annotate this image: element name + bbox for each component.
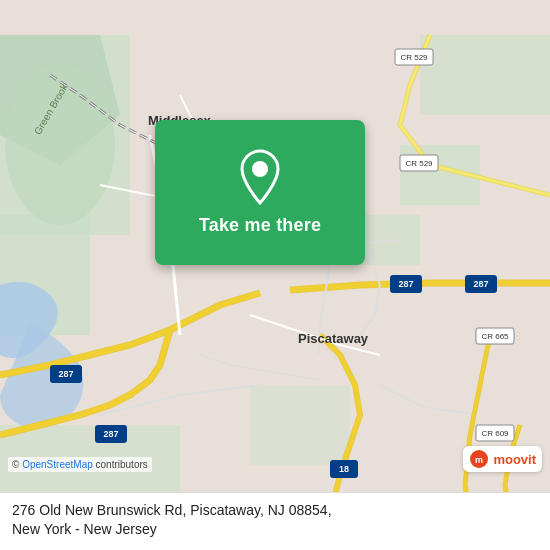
map-container: 287 287 287 287 18 CR 529 CR 529 CR 665 … [0, 0, 550, 550]
svg-rect-5 [420, 35, 550, 115]
svg-text:CR 609: CR 609 [481, 429, 509, 438]
osm-link[interactable]: OpenStreetMap [22, 459, 93, 470]
svg-point-30 [252, 161, 268, 177]
svg-text:m: m [475, 455, 483, 465]
address-text: 276 Old New Brunswick Rd, Piscataway, NJ… [12, 501, 538, 540]
svg-text:287: 287 [398, 279, 413, 289]
svg-text:CR 529: CR 529 [405, 159, 433, 168]
take-me-there-button[interactable]: Take me there [199, 215, 321, 236]
action-card[interactable]: Take me there [155, 120, 365, 265]
address-line2: New York - New Jersey [12, 521, 157, 537]
moovit-text: moovit [493, 452, 536, 467]
attribution-contributors: contributors [93, 459, 148, 470]
svg-text:287: 287 [473, 279, 488, 289]
location-pin-icon [236, 149, 284, 205]
svg-text:18: 18 [339, 464, 349, 474]
moovit-icon: m [469, 449, 489, 469]
info-bar: 276 Old New Brunswick Rd, Piscataway, NJ… [0, 492, 550, 550]
svg-text:287: 287 [58, 369, 73, 379]
attribution-prefix: © [12, 459, 22, 470]
svg-text:287: 287 [103, 429, 118, 439]
svg-text:CR 529: CR 529 [400, 53, 428, 62]
address-line1: 276 Old New Brunswick Rd, Piscataway, NJ… [12, 502, 332, 518]
svg-text:CR 665: CR 665 [481, 332, 509, 341]
osm-attribution: © OpenStreetMap contributors [8, 457, 152, 472]
svg-text:Piscataway: Piscataway [298, 331, 369, 346]
svg-rect-7 [250, 385, 350, 465]
moovit-logo: m moovit [463, 446, 542, 472]
